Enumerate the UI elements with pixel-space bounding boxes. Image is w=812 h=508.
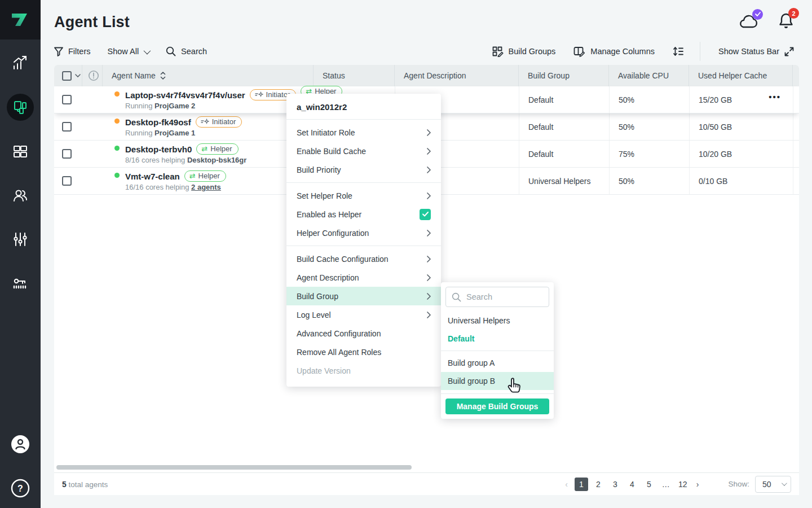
page-button-2[interactable]: 2 — [592, 478, 605, 491]
menu-item-build-cache-configuration[interactable]: Build Cache Configuration — [286, 249, 441, 268]
page-size-select[interactable]: 50 — [755, 476, 791, 493]
manage-build-groups-button[interactable]: Manage Build Groups — [445, 398, 549, 414]
build-groups-label: Build Groups — [509, 47, 556, 56]
used-helper-cache-cell: 0/10 GB — [699, 177, 727, 186]
agent-list-app: ? Agent List — [0, 0, 812, 508]
chevron-right-icon — [427, 148, 431, 155]
filters-button[interactable]: Filters — [54, 47, 90, 56]
agents-link[interactable]: 2 agents — [191, 183, 221, 191]
chevron-right-icon — [427, 293, 431, 300]
sidebar-item-settings[interactable] — [7, 226, 34, 253]
column-header-agent-name[interactable]: Agent Name — [103, 65, 314, 86]
menu-item-helper-configuration[interactable]: Helper Configuration — [286, 224, 441, 242]
sort-rows-button[interactable] — [673, 46, 684, 57]
menu-item-set-helper-role[interactable]: Set Helper Role — [286, 186, 441, 205]
submenu-footer: Manage Build Groups — [441, 393, 554, 414]
row-height-sort-icon — [673, 46, 684, 57]
select-all-checkbox[interactable] — [62, 71, 72, 81]
used-helper-cache-cell: 10/50 GB — [699, 122, 732, 132]
menu-item-build-group[interactable]: Build Group — [286, 287, 441, 305]
column-header-build-group[interactable]: Build Group — [519, 65, 609, 86]
menu-item-enabled-as-helper[interactable]: Enabled as Helper — [286, 205, 441, 224]
menu-item-enable-build-cache[interactable]: Enable Build Cache — [286, 142, 441, 160]
menu-item-agent-description[interactable]: Agent Description — [286, 268, 441, 287]
row-checkbox[interactable] — [62, 122, 72, 132]
chevron-down-icon — [782, 480, 787, 486]
search-button[interactable]: Search — [166, 46, 207, 56]
menu-item-set-initiator-role[interactable]: Set Initiator Role — [286, 123, 441, 142]
prev-page-button[interactable]: ‹ — [562, 480, 571, 489]
chevron-right-icon — [427, 167, 431, 173]
submenu-item-build-group-a[interactable]: Build group A — [441, 354, 554, 372]
agent-subtext: 8/16 cores helping Desktop-bsk16gr — [125, 156, 246, 164]
submenu-item-universal-helpers[interactable]: Universal Helpers — [441, 312, 554, 330]
build-group-cell: Default — [528, 150, 553, 159]
horizontal-scrollbar-thumb[interactable] — [56, 465, 412, 470]
menu-item-remove-all-agent-roles[interactable]: Remove All Agent Roles — [286, 343, 441, 361]
cloud-status-button[interactable] — [738, 14, 759, 31]
menu-item-build-priority[interactable]: Build Priority — [286, 160, 441, 179]
next-page-button[interactable]: › — [693, 480, 703, 489]
submenu-item-default[interactable]: Default — [441, 330, 554, 348]
sidebar: ? — [0, 0, 41, 508]
column-header-agent-description[interactable]: Agent Description — [395, 65, 519, 86]
alerts-column-header — [82, 65, 103, 86]
agent-name[interactable]: Vmt-w7-clean — [125, 172, 180, 181]
agent-name[interactable]: Laptop-sv4r7f4vsv4r7f4v/user — [125, 90, 245, 100]
page-button-4[interactable]: 4 — [625, 478, 639, 491]
sidebar-item-users[interactable] — [7, 182, 34, 209]
page-button-5[interactable]: 5 — [642, 478, 656, 491]
users-icon — [12, 188, 28, 203]
page-button-3[interactable]: 3 — [608, 478, 622, 491]
build-groups-button[interactable]: Build Groups — [492, 46, 556, 57]
available-cpu-cell: 50% — [619, 122, 634, 132]
submenu-search-input[interactable] — [466, 292, 534, 301]
chevron-right-icon — [427, 312, 431, 318]
row-checkbox[interactable] — [62, 149, 72, 159]
select-menu-chevron-icon[interactable] — [75, 74, 81, 78]
build-group-cell: Default — [528, 122, 553, 132]
build-group-cell: Default — [528, 95, 553, 104]
initiator-badge: Initiator — [196, 116, 242, 128]
check-icon — [422, 212, 429, 217]
row-checkbox[interactable] — [62, 95, 72, 104]
available-cpu-cell: 50% — [619, 177, 634, 186]
sidebar-item-dashboard[interactable] — [7, 138, 34, 165]
menu-item-log-level[interactable]: Log Level — [286, 305, 441, 324]
submenu-search-box[interactable] — [445, 287, 549, 307]
helper-badge: ⇄ Helper — [184, 170, 226, 182]
search-label: Search — [181, 47, 207, 56]
row-actions-menu-button[interactable]: ••• — [769, 92, 781, 102]
manage-columns-label: Manage Columns — [590, 47, 655, 56]
toolbar-divider — [700, 42, 700, 61]
notifications-button[interactable]: 2 — [778, 12, 794, 32]
brand-logo[interactable] — [0, 0, 41, 40]
sidebar-item-license[interactable] — [7, 270, 34, 297]
column-header-status[interactable]: Status — [314, 65, 395, 86]
column-header-used-helper-cache[interactable]: Used Helper Cache — [689, 65, 793, 86]
page-button-12[interactable]: 12 — [676, 478, 690, 491]
sidebar-item-analytics[interactable] — [7, 50, 34, 77]
helper-arrows-icon: ⇄ — [189, 172, 196, 179]
menu-item-advanced-configuration[interactable]: Advanced Configuration — [286, 324, 441, 343]
help-icon: ? — [11, 479, 30, 498]
profile-avatar[interactable] — [11, 435, 30, 456]
column-header-available-cpu[interactable]: Available CPU — [609, 65, 689, 86]
chevron-right-icon — [427, 192, 431, 199]
manage-columns-button[interactable]: Manage Columns — [573, 46, 655, 57]
row-checkbox[interactable] — [62, 176, 72, 186]
search-icon — [166, 46, 176, 56]
show-status-bar-button[interactable]: Show Status Bar — [718, 47, 794, 56]
chevron-right-icon — [427, 274, 431, 281]
agent-name[interactable]: Desktop-terbvh0 — [125, 144, 192, 154]
agent-name[interactable]: Desktop-fk49osf — [125, 117, 191, 127]
sidebar-item-agents[interactable] — [7, 94, 34, 121]
filter-icon — [54, 47, 63, 56]
pagination: ‹ 1 2 3 4 5 … 12 › — [562, 478, 702, 491]
help-button[interactable]: ? — [11, 479, 30, 500]
sort-icon — [160, 72, 166, 80]
checked-checkbox-icon[interactable] — [420, 209, 431, 220]
page-button-1[interactable]: 1 — [575, 478, 588, 491]
submenu-item-build-group-b[interactable]: Build group B — [441, 372, 554, 390]
show-all-dropdown[interactable]: Show All — [107, 47, 149, 56]
